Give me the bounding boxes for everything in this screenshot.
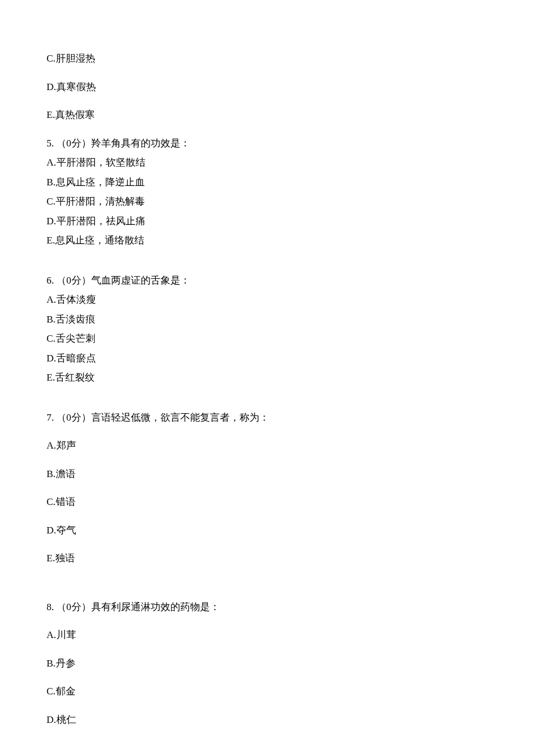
question-5: 5. （0分）羚羊角具有的功效是： A.平肝潜阳，软坚散结 B.息风止痉，降逆止… (47, 136, 488, 248)
question-7: 7. （0分）言语轻迟低微，欲言不能复言者，称为： A.郑声 B.澹语 C.错语… (47, 410, 488, 566)
option-d: D.真寒假热 (47, 80, 488, 95)
option-d: D.夺气 (47, 523, 488, 538)
option-d: D.平肝潜阳，祛风止痛 (47, 214, 488, 229)
question-stem: 7. （0分）言语轻迟低微，欲言不能复言者，称为： (47, 410, 488, 425)
option-e: E.独语 (47, 551, 488, 566)
option-c: C.错语 (47, 495, 488, 510)
option-c: C.肝胆湿热 (47, 51, 488, 66)
option-b: B.澹语 (47, 467, 488, 482)
option-b: B.舌淡齿痕 (47, 312, 488, 327)
option-a: A.郑声 (47, 438, 488, 453)
option-d: D.桃仁 (47, 712, 488, 728)
question-stem: 6. （0分）气血两虚证的舌象是： (47, 273, 488, 288)
question-4-remnant: C.肝胆湿热 D.真寒假热 E.真热假寒 (47, 51, 488, 123)
option-d: D.舌暗瘀点 (47, 351, 488, 366)
option-e: E.舌红裂纹 (47, 370, 488, 385)
question-6: 6. （0分）气血两虚证的舌象是： A.舌体淡瘦 B.舌淡齿痕 C.舌尖芒刺 D… (47, 273, 488, 385)
option-b: B.丹参 (47, 656, 488, 671)
option-b: B.息风止痉，降逆止血 (47, 175, 488, 190)
option-a: A.川茸 (47, 628, 488, 643)
option-c: C.郁金 (47, 684, 488, 699)
option-a: A.平肝潜阳，软坚散结 (47, 155, 488, 170)
option-e: E.真热假寒 (47, 108, 488, 123)
question-8: 8. （0分）具有利尿通淋功效的药物是： A.川茸 B.丹参 C.郁金 D.桃仁 (47, 600, 488, 728)
question-stem: 8. （0分）具有利尿通淋功效的药物是： (47, 600, 488, 615)
option-a: A.舌体淡瘦 (47, 292, 488, 307)
option-e: E.息风止痉，通络散结 (47, 233, 488, 248)
option-c: C.平肝潜阳，清热解毒 (47, 194, 488, 209)
option-c: C.舌尖芒刺 (47, 331, 488, 346)
question-stem: 5. （0分）羚羊角具有的功效是： (47, 136, 488, 151)
